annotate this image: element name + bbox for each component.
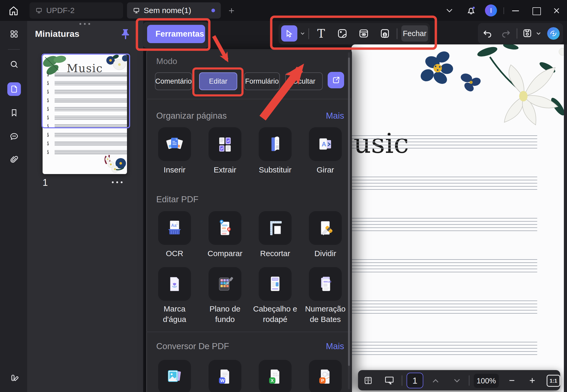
zoom-out-button[interactable] (507, 376, 517, 385)
tool-pdf-para-powerpoint[interactable]: P (309, 360, 342, 392)
presentation-button[interactable] (384, 376, 395, 385)
panel-drag-handle[interactable] (79, 23, 90, 25)
tool-label: Cabeçalho e rodapé (250, 304, 300, 325)
ferramentas-button[interactable]: Ferramentas (147, 25, 205, 43)
tool-inserir[interactable] (158, 127, 191, 161)
page-number-input[interactable]: 1 (407, 373, 423, 388)
tab-updf-2[interactable]: UPDF-2 (30, 2, 123, 19)
link-tool-button[interactable] (358, 28, 369, 39)
tool-pdf-para-word[interactable]: W (209, 360, 241, 392)
undo-button[interactable] (482, 28, 493, 39)
mode-formulario-button[interactable]: Formulário (244, 72, 280, 90)
two-page-view-button[interactable] (363, 376, 373, 385)
svg-text:X: X (271, 378, 274, 383)
save-dropdown[interactable] (535, 31, 542, 36)
select-tool-dropdown[interactable] (299, 31, 306, 36)
tool-plano-de-fundo[interactable] (209, 267, 241, 301)
previous-page-button[interactable] (431, 378, 440, 384)
location-card-icon (379, 28, 391, 39)
next-page-button[interactable] (453, 378, 461, 384)
avatar[interactable]: I (485, 4, 497, 16)
zoom-in-button[interactable] (528, 376, 537, 385)
thumbnails-title: Miniaturas (35, 29, 79, 39)
tool-label: Substituir (250, 165, 300, 175)
tool-label: Inserir (150, 165, 199, 175)
minimize-button[interactable] (511, 7, 520, 15)
section-title-editar-pdf: Editar PDF (156, 194, 198, 204)
tool-recortar[interactable] (259, 211, 292, 245)
sidebar-item-thumbnails[interactable] (7, 82, 21, 96)
select-tool-button[interactable] (281, 25, 297, 42)
sidebar-item-search[interactable] (9, 60, 19, 69)
actual-size-button[interactable]: 1:1 (547, 375, 560, 387)
divider (8, 49, 20, 50)
page-options-button[interactable] (112, 181, 123, 183)
convert-to-word-icon: W (216, 367, 234, 386)
split-icon (316, 219, 335, 238)
open-in-window-button[interactable] (328, 72, 344, 88)
tool-ocr[interactable]: Aa (158, 211, 191, 245)
presentation-icon (384, 376, 395, 385)
open-in-new-icon (332, 76, 340, 85)
bookmark-icon (10, 108, 19, 117)
sidebar-item-attachments[interactable] (9, 155, 19, 164)
tool-dividir[interactable] (309, 211, 342, 245)
save-icon (522, 28, 533, 39)
tool-cabecalho-rodape[interactable] (259, 267, 292, 301)
maximize-button[interactable] (533, 7, 541, 15)
sidebar-item-apps[interactable] (9, 29, 19, 39)
tool-pdf-para-excel[interactable]: X (259, 360, 292, 392)
save-button[interactable] (522, 28, 533, 39)
text-tool-button[interactable]: T (315, 27, 327, 40)
sidebar-item-bookmarks[interactable] (9, 108, 19, 117)
notifications-button[interactable] (466, 5, 477, 16)
fechar-button[interactable]: Fechar (401, 25, 428, 42)
divider (146, 99, 351, 99)
location-tool-button[interactable] (379, 28, 391, 39)
sidebar-item-comments[interactable] (9, 132, 19, 141)
tool-numeracao-bates[interactable]: 000123 (309, 267, 342, 301)
visible-area-selection[interactable] (42, 54, 130, 128)
pin-panel-button[interactable] (120, 28, 131, 40)
tool-marca-dagua[interactable] (158, 267, 191, 301)
mode-editar-button[interactable]: Editar (199, 72, 237, 90)
home-button[interactable] (8, 5, 19, 16)
tool-pdf-para-imagem[interactable] (158, 360, 191, 392)
drawer-scrollbar-thumb[interactable] (348, 57, 350, 366)
tool-label: OCR (150, 248, 199, 259)
document-view[interactable]: usic (351, 44, 567, 392)
convert-to-powerpoint-icon: P (316, 367, 335, 386)
document-scrollbar[interactable] (564, 44, 567, 392)
tool-label: Extrair (200, 165, 250, 175)
grid-icon (10, 30, 19, 38)
ai-assistant-button[interactable] (547, 27, 560, 40)
conversor-mais-link[interactable]: Mais (317, 341, 344, 351)
redo-button[interactable] (501, 28, 511, 39)
insert-pages-icon (165, 135, 184, 154)
extract-pages-icon (216, 135, 234, 154)
tabs-dropdown-button[interactable] (445, 8, 454, 14)
zoom-level-display[interactable]: 100% (474, 374, 499, 388)
tool-comparar[interactable] (209, 211, 241, 245)
mode-comentario-button[interactable]: Comentário (155, 72, 192, 90)
tool-substituir[interactable] (259, 127, 292, 161)
mode-ocultar-button[interactable]: Ocultar (285, 72, 323, 90)
tool-extrair[interactable] (209, 127, 241, 161)
tab-label: UPDF-2 (46, 6, 74, 15)
sidebar-item-themes[interactable] (9, 373, 19, 383)
tab-sem-nome[interactable]: Sem nome(1) (127, 2, 221, 19)
page-number-value: 1 (413, 376, 418, 386)
left-sidebar (0, 21, 27, 392)
crop-icon (266, 219, 285, 238)
image-tool-button[interactable] (337, 28, 348, 39)
monitor-icon (133, 7, 140, 14)
navy-flower (418, 49, 453, 87)
close-window-button[interactable] (553, 7, 560, 15)
new-tab-button[interactable] (227, 7, 236, 15)
chevron-down-icon (535, 31, 542, 36)
organizar-mais-link[interactable]: Mais (317, 111, 344, 121)
convert-to-excel-icon: X (266, 367, 285, 386)
rotate-pages-icon: A (316, 135, 335, 154)
home-icon (8, 5, 19, 16)
tool-girar[interactable]: A (309, 127, 342, 161)
